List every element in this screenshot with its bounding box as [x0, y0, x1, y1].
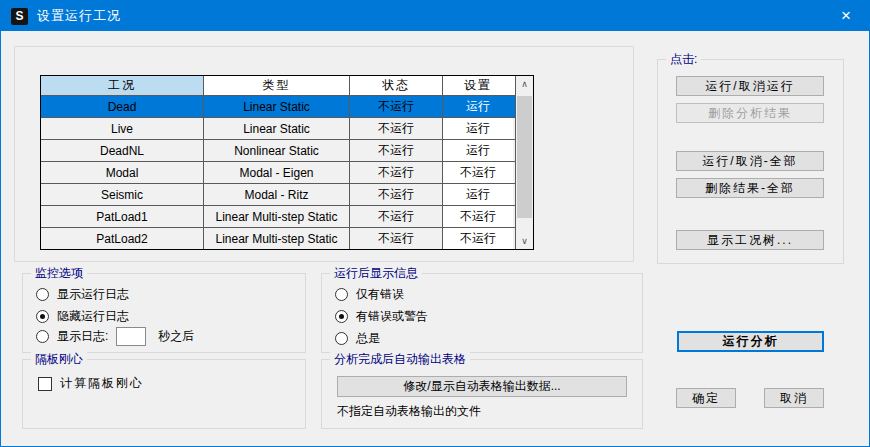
- table-row[interactable]: PatLoad2Linear Multi-step Static不运行不运行: [41, 228, 515, 249]
- cell-run-status: 不运行: [350, 162, 443, 183]
- cell-run-status: 不运行: [350, 228, 443, 249]
- show-run-log-label: 显示运行日志: [57, 286, 129, 303]
- auto-tables-label: 分析完成后自动输出表格: [330, 351, 470, 368]
- cell-action-button[interactable]: 运行: [443, 184, 513, 205]
- diaphragm-group-label: 隔板刚心: [31, 351, 87, 368]
- errors-only-label: 仅有错误: [356, 286, 404, 303]
- seconds-after-label: 秒之后: [158, 328, 194, 345]
- run-do-not-run-case-button[interactable]: 运行/取消运行: [676, 76, 824, 96]
- cell-run-status: 不运行: [350, 140, 443, 161]
- cell-action-button[interactable]: 运行: [443, 96, 513, 117]
- run-do-not-run-all-button[interactable]: 运行/取消-全部: [676, 151, 824, 171]
- cell-case-name: PatLoad2: [41, 228, 204, 249]
- case-table-body: DeadLinear Static不运行运行LiveLinear Static不…: [41, 96, 515, 249]
- always-label: 总是: [356, 330, 380, 347]
- cell-case-name: DeadNL: [41, 140, 204, 161]
- close-icon[interactable]: ×: [823, 1, 869, 31]
- cell-case-type: Modal - Ritz: [204, 184, 350, 205]
- show-log-after-label: 显示日志:: [57, 328, 108, 345]
- scroll-thumb[interactable]: [517, 96, 532, 218]
- monitor-options-label: 监控选项: [31, 265, 87, 282]
- show-load-case-tree-button[interactable]: 显示工况树...: [676, 230, 824, 250]
- table-row[interactable]: PatLoad1Linear Multi-step Static不运行不运行: [41, 206, 515, 228]
- run-now-button[interactable]: 运行分析: [677, 331, 824, 352]
- table-row[interactable]: SeismicModal - Ritz不运行运行: [41, 184, 515, 206]
- calc-diaphragm-centers-checkbox[interactable]: [38, 377, 52, 391]
- auto-tables-group: 分析完成后自动输出表格 修改/显示自动表格输出数据... 不指定自动表格输出的文…: [321, 359, 643, 429]
- show-run-log-radio[interactable]: [36, 288, 49, 301]
- monitor-options-group: 监控选项 显示运行日志 隐藏运行日志 显示日志: 秒之后: [22, 273, 306, 353]
- header-status[interactable]: 状态: [350, 76, 443, 95]
- cell-case-type: Linear Static: [204, 96, 350, 117]
- cell-action-button[interactable]: 运行: [443, 118, 513, 139]
- cell-case-name: Dead: [41, 96, 204, 117]
- title-bar[interactable]: S 设置运行工况 ×: [1, 1, 869, 31]
- table-row[interactable]: DeadNLNonlinear Static不运行运行: [41, 140, 515, 162]
- calc-diaphragm-centers-label: 计算隔板刚心: [60, 375, 144, 392]
- cancel-button[interactable]: 取消: [764, 388, 824, 408]
- delete-results-for-case-button[interactable]: 删除分析结果: [676, 103, 824, 123]
- log-delay-seconds-input[interactable]: [116, 327, 146, 346]
- ok-button[interactable]: 确定: [676, 388, 736, 408]
- auto-tables-note: 不指定自动表格输出的文件: [337, 403, 481, 420]
- run-cases-dialog: S 设置运行工况 × 工况 类型 状态 设置 DeadLinear Static…: [0, 0, 870, 447]
- cell-case-type: Linear Multi-step Static: [204, 228, 350, 249]
- header-case[interactable]: 工况: [41, 76, 204, 95]
- table-header-row: 工况 类型 状态 设置: [41, 76, 515, 96]
- cell-case-name: Seismic: [41, 184, 204, 205]
- cell-run-status: 不运行: [350, 206, 443, 227]
- header-type[interactable]: 类型: [204, 76, 350, 95]
- diaphragm-group: 隔板刚心 计算隔板刚心: [22, 359, 306, 429]
- modify-show-auto-tables-button[interactable]: 修改/显示自动表格输出数据...: [337, 376, 627, 397]
- cell-action-button[interactable]: 不运行: [443, 162, 513, 183]
- cell-action-button[interactable]: 不运行: [443, 228, 513, 249]
- hide-run-log-radio[interactable]: [36, 310, 49, 323]
- cell-run-status: 不运行: [350, 184, 443, 205]
- cell-action-button[interactable]: 运行: [443, 140, 513, 161]
- cell-case-name: Modal: [41, 162, 204, 183]
- app-logo-icon: S: [11, 8, 28, 25]
- cell-case-type: Nonlinear Static: [204, 140, 350, 161]
- errors-or-warnings-label: 有错误或警告: [356, 308, 428, 325]
- click-group-label: 点击:: [666, 51, 701, 68]
- scroll-down-icon[interactable]: ∨: [516, 233, 533, 249]
- cell-case-name: Live: [41, 118, 204, 139]
- hide-run-log-label: 隐藏运行日志: [57, 308, 129, 325]
- cell-case-type: Linear Multi-step Static: [204, 206, 350, 227]
- cell-run-status: 不运行: [350, 118, 443, 139]
- cell-case-type: Linear Static: [204, 118, 350, 139]
- window-title: 设置运行工况: [37, 7, 121, 25]
- table-row[interactable]: DeadLinear Static不运行运行: [41, 96, 515, 118]
- load-case-table[interactable]: 工况 类型 状态 设置 DeadLinear Static不运行运行LiveLi…: [40, 75, 534, 250]
- cell-case-type: Modal - Eigen: [204, 162, 350, 183]
- show-messages-label: 运行后显示信息: [330, 265, 422, 282]
- errors-only-radio[interactable]: [335, 288, 348, 301]
- scroll-up-icon[interactable]: ∧: [516, 76, 533, 92]
- cell-run-status: 不运行: [350, 96, 443, 117]
- show-messages-group: 运行后显示信息 仅有错误 有错误或警告 总是: [321, 273, 643, 353]
- always-radio[interactable]: [335, 332, 348, 345]
- delete-all-results-button[interactable]: 删除结果-全部: [676, 178, 824, 198]
- header-action[interactable]: 设置: [443, 76, 513, 95]
- cell-action-button[interactable]: 不运行: [443, 206, 513, 227]
- table-scrollbar[interactable]: ∧ ∨: [515, 76, 533, 249]
- table-row[interactable]: LiveLinear Static不运行运行: [41, 118, 515, 140]
- table-row[interactable]: ModalModal - Eigen不运行不运行: [41, 162, 515, 184]
- errors-or-warnings-radio[interactable]: [335, 310, 348, 323]
- show-log-after-radio[interactable]: [36, 330, 49, 343]
- cell-case-name: PatLoad1: [41, 206, 204, 227]
